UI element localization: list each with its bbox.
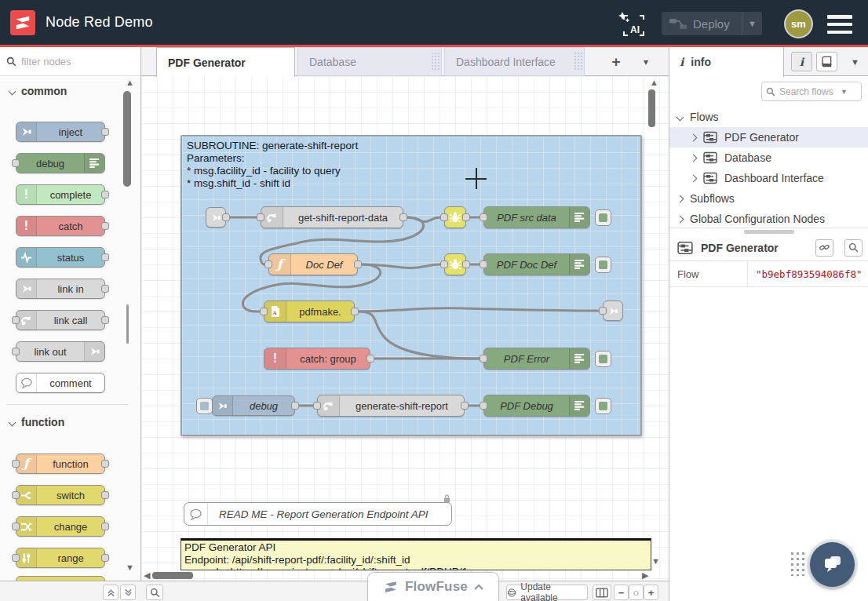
scroll-up-arrow[interactable]: ▲ <box>126 78 134 87</box>
output-port[interactable] <box>101 316 109 324</box>
tree-item-dashboard-interface[interactable]: Dashboard Interface <box>669 168 868 188</box>
node-pdfmake[interactable]: A pdfmake. <box>264 300 355 322</box>
node-link-in[interactable] <box>206 207 226 228</box>
palette-scrollbar-thumb[interactable] <box>123 91 131 187</box>
node-debug-junction-1[interactable] <box>444 206 466 228</box>
output-port[interactable] <box>351 308 359 315</box>
node-debug-junction-2[interactable] <box>444 253 466 275</box>
sidebar-splitter[interactable] <box>669 228 868 235</box>
node-get-shift-report-data[interactable]: get-shift-report-data <box>261 206 403 228</box>
output-port[interactable] <box>101 191 109 199</box>
node-pdf-src-data[interactable]: PDF src data <box>483 206 590 228</box>
search-caret[interactable]: ▼ <box>841 88 848 96</box>
output-port[interactable] <box>101 554 109 562</box>
tree-item-subflows[interactable]: Subflows <box>669 188 868 209</box>
input-port[interactable] <box>257 213 264 221</box>
output-port[interactable] <box>354 260 362 268</box>
palette-node-range[interactable]: range <box>16 548 105 568</box>
inject-button[interactable] <box>196 398 213 414</box>
update-available-button[interactable]: Update available <box>506 585 588 600</box>
collapse-all-button[interactable] <box>103 585 119 600</box>
user-avatar[interactable]: sm <box>786 11 811 37</box>
zoom-in-button[interactable]: + <box>644 585 658 600</box>
zoom-reset-button[interactable]: ○ <box>629 585 644 600</box>
scroll-up-arrow[interactable]: ▲ <box>650 78 658 87</box>
input-port[interactable] <box>480 213 487 221</box>
vertical-scrollbar-thumb[interactable] <box>648 89 655 127</box>
ai-assistant-button[interactable]: AI <box>617 10 647 38</box>
node-generate-shift-report[interactable]: generate-shift-report <box>317 395 465 417</box>
debug-toggle-button[interactable] <box>595 209 611 226</box>
output-port[interactable] <box>101 128 109 136</box>
tree-item-pdf-generator[interactable]: PDF Generator <box>669 127 868 148</box>
output-port[interactable] <box>101 285 109 293</box>
palette-node-link-out[interactable]: link out <box>16 341 105 362</box>
node-pdf-error[interactable]: PDF Error <box>483 348 590 370</box>
palette-node-link-in[interactable]: link in <box>16 279 105 299</box>
output-port[interactable] <box>291 402 299 410</box>
input-port[interactable] <box>440 213 448 221</box>
scroll-right-arrow[interactable]: ▶ <box>642 571 648 580</box>
input-port[interactable] <box>264 260 272 268</box>
palette-node-function[interactable]: ƒ function <box>16 453 105 474</box>
input-port[interactable] <box>12 554 20 562</box>
debug-toggle-button[interactable] <box>595 257 611 273</box>
flowfuse-widget[interactable]: FlowFuse <box>367 572 499 601</box>
input-port[interactable] <box>599 307 607 315</box>
search-flow-button[interactable] <box>844 239 863 257</box>
output-port[interactable] <box>101 460 109 468</box>
api-note[interactable]: PDF Generator API Endpoint: /api/shift-r… <box>181 538 651 570</box>
filter-nodes-input[interactable] <box>21 56 123 67</box>
node-debug-inject[interactable]: debug <box>212 395 295 416</box>
palette-node-inject[interactable]: inject <box>16 122 105 142</box>
input-port[interactable] <box>313 402 321 410</box>
copy-link-button[interactable] <box>815 239 833 257</box>
navigator-button[interactable] <box>593 585 611 600</box>
output-port[interactable] <box>101 222 109 230</box>
input-port[interactable] <box>12 460 20 468</box>
info-toggle-button[interactable]: i <box>791 52 812 71</box>
node-link-out[interactable] <box>603 300 623 321</box>
node-readme-comment[interactable]: READ ME - Report Generation Endpoint API <box>184 502 452 526</box>
scroll-down-arrow[interactable]: ▼ <box>126 563 134 572</box>
sidebar-tab-info[interactable]: i info <box>669 47 784 77</box>
sidebar-search[interactable]: ▼ <box>761 82 862 101</box>
input-port[interactable] <box>12 159 20 167</box>
output-port[interactable] <box>222 213 230 221</box>
node-pdf-debug[interactable]: PDF Debug <box>483 395 590 417</box>
input-port[interactable] <box>12 523 20 530</box>
scroll-left-arrow[interactable]: ◀ <box>144 571 150 580</box>
node-catch-group[interactable]: ! catch: group <box>264 348 370 370</box>
category-common[interactable]: common <box>9 85 67 97</box>
horizontal-scrollbar-thumb[interactable] <box>152 572 193 579</box>
palette-node-comment[interactable]: comment <box>16 373 105 393</box>
input-port[interactable] <box>12 348 20 355</box>
palette-node-catch[interactable]: ! catch <box>16 216 105 236</box>
palette-node-complete[interactable]: ! complete <box>16 184 105 205</box>
tab-dashboard-interface[interactable]: Dashboard Interface <box>444 47 585 76</box>
input-port[interactable] <box>440 260 448 268</box>
output-port[interactable] <box>462 213 470 221</box>
add-flow-button[interactable]: + <box>606 53 626 71</box>
tab-database[interactable]: Database <box>297 47 442 76</box>
palette-node-change[interactable]: change <box>16 516 105 537</box>
palette-node-switch[interactable]: switch <box>16 485 105 505</box>
sidebar-menu-caret[interactable]: ▼ <box>851 57 859 67</box>
main-menu-button[interactable] <box>827 15 852 34</box>
input-port[interactable] <box>480 260 487 268</box>
tree-item-flows[interactable]: Flows <box>669 107 868 127</box>
output-port[interactable] <box>101 491 109 499</box>
canvas-search-button[interactable] <box>146 585 163 600</box>
debug-toggle-button[interactable] <box>595 351 611 367</box>
deploy-button[interactable]: Deploy ▼ <box>662 12 762 35</box>
input-port[interactable] <box>480 355 487 362</box>
node-pdf-doc-def[interactable]: PDF Doc Def <box>483 253 590 275</box>
help-book-button[interactable] <box>816 52 837 71</box>
tree-item-database[interactable]: Database <box>669 148 868 168</box>
scroll-down-arrow[interactable]: ▼ <box>651 557 660 566</box>
expand-all-button[interactable] <box>120 585 136 600</box>
input-port[interactable] <box>12 316 20 324</box>
output-port[interactable] <box>399 213 407 221</box>
output-port[interactable] <box>101 253 109 261</box>
input-port[interactable] <box>260 308 268 315</box>
